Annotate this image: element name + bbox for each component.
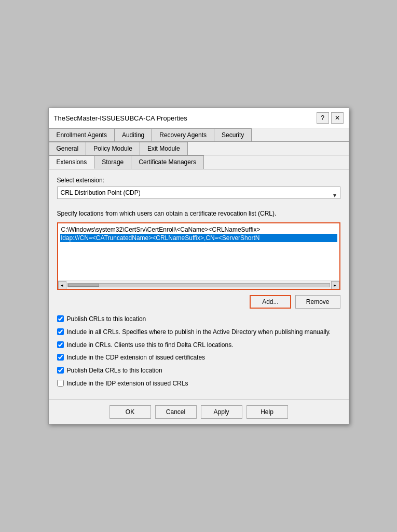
locations-list: C:\Windows\system32\CertSrv\CertEnroll\<… <box>58 223 339 281</box>
scroll-track[interactable] <box>67 283 330 287</box>
locations-list-container[interactable]: C:\Windows\system32\CertSrv\CertEnroll\<… <box>57 222 340 290</box>
select-wrapper: CRL Distribution Point (CDP) Authority I… <box>57 187 340 204</box>
ok-button[interactable]: OK <box>109 405 151 419</box>
checkbox-include-idp-input[interactable] <box>57 380 64 387</box>
tab-general[interactable]: General <box>49 142 87 155</box>
properties-dialog: TheSecMaster-ISSUESUBCA-CA Properties ? … <box>48 108 349 424</box>
scroll-right-btn[interactable]: ▸ <box>331 281 339 289</box>
checkbox-include-all-crls: Include in all CRLs. Specifies where to … <box>57 328 340 337</box>
checkbox-include-in-crls-input[interactable] <box>57 341 64 348</box>
checkbox-publish-delta-label: Publish Delta CRLs to this location <box>67 366 162 375</box>
tab-certificate-managers[interactable]: Certificate Managers <box>131 155 204 169</box>
title-bar: TheSecMaster-ISSUESUBCA-CA Properties ? … <box>49 108 349 128</box>
checkbox-publish-crls-label: Publish CRLs to this location <box>67 315 146 324</box>
checkbox-include-cdp-label: Include in the CDP extension of issued c… <box>67 353 206 362</box>
apply-button[interactable]: Apply <box>201 405 242 419</box>
tab-extensions[interactable]: Extensions <box>49 155 95 169</box>
select-label: Select extension: <box>57 177 340 184</box>
cancel-button[interactable]: Cancel <box>155 405 197 419</box>
scroll-thumb[interactable] <box>68 284 99 287</box>
title-bar-left: TheSecMaster-ISSUESUBCA-CA Properties <box>54 114 187 122</box>
help-footer-button[interactable]: Help <box>247 405 288 419</box>
tab-row-1: Enrollment Agents Auditing Recovery Agen… <box>49 128 349 142</box>
tab-recovery-agents[interactable]: Recovery Agents <box>152 128 214 141</box>
footer: OK Cancel Apply Help <box>49 400 349 424</box>
remove-button[interactable]: Remove <box>295 295 340 309</box>
checkbox-include-idp-label: Include in the IDP extension of issued C… <box>67 379 188 388</box>
checkbox-include-in-crls-label: Include in CRLs. Clients use this to fin… <box>67 341 234 350</box>
description-text: Specify locations from which users can o… <box>57 209 340 218</box>
checkbox-publish-delta-input[interactable] <box>57 367 64 374</box>
scroll-left-btn[interactable]: ◂ <box>58 281 66 289</box>
checkbox-include-all-crls-input[interactable] <box>57 328 64 335</box>
list-item-1[interactable]: ldap:///CN=<CATruncatedName><CRLNameSuff… <box>60 234 337 242</box>
add-button[interactable]: Add... <box>250 295 291 309</box>
content-area: Select extension: CRL Distribution Point… <box>49 169 349 400</box>
tab-storage[interactable]: Storage <box>94 155 131 169</box>
tab-exit-module[interactable]: Exit Module <box>140 142 188 155</box>
list-item-0[interactable]: C:\Windows\system32\CertSrv\CertEnroll\<… <box>60 225 337 234</box>
tab-policy-module[interactable]: Policy Module <box>86 142 140 155</box>
checkbox-include-all-crls-label: Include in all CRLs. Specifies where to … <box>67 328 331 337</box>
checkbox-publish-crls-input[interactable] <box>57 315 64 322</box>
horizontal-scrollbar[interactable]: ◂ ▸ <box>58 281 339 289</box>
add-remove-buttons: Add... Remove <box>57 295 340 309</box>
extension-select[interactable]: CRL Distribution Point (CDP) Authority I… <box>57 187 340 199</box>
checkbox-include-cdp-input[interactable] <box>57 354 64 361</box>
checkbox-include-in-crls: Include in CRLs. Clients use this to fin… <box>57 341 340 350</box>
window-title: TheSecMaster-ISSUESUBCA-CA Properties <box>54 114 187 122</box>
close-button[interactable]: ✕ <box>331 112 344 124</box>
tab-security[interactable]: Security <box>214 128 252 141</box>
tab-enrollment-agents[interactable]: Enrollment Agents <box>49 128 115 141</box>
title-buttons: ? ✕ <box>317 112 344 124</box>
checkbox-include-idp: Include in the IDP extension of issued C… <box>57 379 340 388</box>
checkbox-publish-delta: Publish Delta CRLs to this location <box>57 366 340 375</box>
tab-row-2: General Policy Module Exit Module <box>49 142 349 155</box>
checkbox-publish-crls: Publish CRLs to this location <box>57 315 340 324</box>
tab-auditing[interactable]: Auditing <box>114 128 152 141</box>
help-button[interactable]: ? <box>317 112 329 124</box>
tab-row-3: Extensions Storage Certificate Managers <box>49 155 349 169</box>
checkbox-include-cdp: Include in the CDP extension of issued c… <box>57 353 340 362</box>
